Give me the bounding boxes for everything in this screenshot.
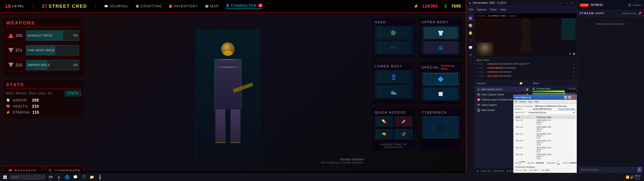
sidebar-extra[interactable]: ⋮ (468, 59, 474, 65)
weapon-row-3[interactable]: 215 SNIPER RIFLE 100 (6, 58, 81, 72)
nav-crafting[interactable]: ⚙️ CRAFTING (136, 4, 162, 8)
quick-slot-2[interactable]: 💉 (394, 116, 413, 126)
ct-close[interactable]: ✕ (572, 96, 575, 99)
minifeed-title: Mini Feed (477, 59, 575, 62)
source-item-1[interactable]: ⊞ Main Monitor Scene 👁 🔒 (476, 87, 530, 92)
taskbar-app-chrome[interactable]: 🌐 (64, 174, 71, 181)
sources-up-icon[interactable]: ↑ (524, 82, 526, 85)
refresh-chat-label[interactable]: Refresh Chat (622, 12, 636, 15)
taskbar-app-explorer[interactable]: 📁 (88, 174, 96, 181)
upper-body-slot-1[interactable]: 👕 (422, 26, 460, 40)
weapon-ammo-1: 700 (73, 34, 78, 37)
ct-npc-temp-label: NPC (529, 169, 533, 171)
upper-body-slot-2[interactable]: 🧥 (422, 41, 460, 54)
preview-pause[interactable]: ⏸ (569, 52, 572, 56)
streamlabs-title: Streamlabs OBS - 0.26.0 (472, 1, 557, 5)
lower-body-slot-1[interactable]: 👖 (375, 70, 413, 84)
send-message-button[interactable]: ➤ (636, 167, 642, 172)
mixer-desktop-mute[interactable]: 🔊 (532, 87, 535, 90)
sidebar-home[interactable]: ⊞ (468, 15, 474, 21)
minimize-button[interactable]: ─ (559, 1, 563, 5)
taskbar-search[interactable] (9, 174, 46, 180)
ct-menu-tools[interactable]: Tools (528, 100, 533, 103)
ct-menu-help[interactable]: Help (534, 100, 538, 103)
taskbar-app-streamlabs[interactable]: ◆ (55, 174, 62, 181)
sources-down-icon[interactable]: ↓ (528, 82, 529, 85)
start-button[interactable] (2, 174, 8, 180)
head-slot-2[interactable]: 🕶️ (375, 41, 413, 54)
minifeed-refresh-1[interactable]: ↺ (573, 62, 575, 66)
level-number: 18 (5, 3, 10, 9)
weapon-bar-2: THE HEIST RIFLE (26, 45, 79, 55)
special-slot-1[interactable]: 🔷 (422, 72, 460, 86)
nav-inventory[interactable]: 🎒 INVENTORY (169, 4, 198, 8)
nav-journal[interactable]: 📖 JOURNAL (104, 4, 129, 8)
ct-find-cpu-link[interactable]: Find this CPU online (558, 108, 575, 110)
mixer-desktop-slider[interactable] (532, 93, 576, 94)
minifeed-refresh-3[interactable]: ↺ (573, 70, 575, 74)
minifeed-refresh-2[interactable]: ↺ (573, 66, 575, 70)
menu-file[interactable]: File (469, 8, 474, 12)
ct-menu-options[interactable]: Options (519, 100, 526, 103)
special-slot-2[interactable]: ◻️ (422, 87, 460, 100)
sidebar-themes[interactable]: 🎨 (468, 22, 474, 28)
inventory-icon: 🎒 (169, 4, 173, 8)
source-eye-1[interactable]: 👁 (523, 88, 525, 91)
ct-row-6: Proc. #6: 4266.93MHz (99.97 × 41.0) 39% (515, 153, 575, 160)
tray-clock[interactable]: 19:11 13/11 (635, 174, 641, 180)
ct-lithography-metric: Lithography: 7 nm (546, 161, 560, 165)
ct-vid-value: 1.3375 V (519, 161, 525, 165)
minifeed-text-2: SwedishBuddy has followed (487, 66, 516, 70)
chat-message-input[interactable] (579, 167, 635, 172)
taskbar-app-coretemp[interactable]: 🌡️ (96, 174, 104, 181)
weapon-bar-1: ASSAULT RIFLE 700 (26, 30, 79, 40)
source-lock-1[interactable]: 🔒 (526, 88, 528, 91)
source-icon-1: ⊞ (477, 88, 480, 91)
special-label: SPECIAL (422, 66, 439, 70)
weapons-section: WEAPONS 150 ASSAULT RIFLE 700 571 TH (3, 18, 84, 76)
character-model (196, 30, 260, 164)
menu-options[interactable]: Options (477, 8, 487, 12)
activate-windows-sub: Go to Settings to activate Windows. (321, 161, 364, 164)
stats-button[interactable]: STATS (65, 91, 81, 96)
weapon-row-1[interactable]: 150 ASSAULT RIFLE 700 (6, 29, 81, 42)
tray-network-icon[interactable]: 📶 (626, 175, 630, 179)
menu-tools[interactable]: Tools (490, 8, 497, 12)
minifeed-user-4: drip_nytsa (487, 74, 498, 77)
taskbar-app-spotify[interactable]: 🎵 (80, 174, 87, 181)
close-window-button[interactable]: ✕ (570, 1, 574, 5)
sidebar-alerts[interactable]: 🔔 (468, 30, 474, 36)
quick-slot-1[interactable]: 💊 (375, 116, 393, 126)
source-controls-1: 👁 🔒 (523, 88, 528, 91)
maximize-button[interactable]: □ (565, 1, 569, 5)
lower-body-slot-2[interactable]: 👟 (375, 85, 413, 98)
pin-chat-icon[interactable]: 📌 (638, 12, 642, 15)
sources-minus-icon[interactable]: − (516, 82, 518, 85)
quick-slot-4[interactable]: 💣 (394, 129, 413, 139)
ct-maximize[interactable]: □ (568, 96, 571, 99)
ct-cpu-selector[interactable]: Socket AM4 [333 pin] (528, 111, 575, 114)
sources-folder-icon[interactable]: 📁 (520, 82, 523, 85)
taskbar-app-discord[interactable]: 💬 (72, 174, 79, 181)
minifeed-refresh-4[interactable]: ↺ (573, 74, 575, 78)
street-cred-indicator: 37 STREET CRED (42, 3, 87, 9)
chat-messages: Welcome to the chat room! (577, 17, 644, 165)
sources-add-icon[interactable]: + (513, 82, 514, 85)
weapon-row-2[interactable]: 571 THE HEIST RIFLE (6, 44, 81, 57)
preview-stop[interactable]: ⏹ (572, 52, 576, 56)
quick-slot-3[interactable]: 🔫 (375, 129, 393, 139)
head-item-1: 🪖 (377, 27, 411, 39)
streamlabs-titlebar: ◆ Streamlabs OBS - 0.26.0 ─ □ ✕ (466, 0, 577, 6)
ct-minimize[interactable]: ─ (564, 96, 567, 99)
ct-menu-file[interactable]: File (514, 100, 518, 103)
sidebar-settings[interactable]: ⚙ (468, 52, 474, 58)
sidebar-widgets[interactable]: ◻ (468, 37, 474, 43)
nav-character[interactable]: 👤 CHARACTER 3 (226, 3, 262, 9)
nav-map[interactable]: 🗺️ MAP (205, 4, 219, 8)
cyberdeck-slot[interactable]: ⬡ (422, 116, 460, 138)
menu-help[interactable]: Help (500, 8, 506, 12)
sidebar-chat[interactable]: 💬 (468, 44, 474, 50)
tray-sound-icon[interactable]: 🔊 (630, 175, 634, 179)
head-slot-1[interactable]: 🪖 (375, 26, 413, 40)
taskbar-app-cyberpunk[interactable]: 🎮 (47, 174, 54, 181)
